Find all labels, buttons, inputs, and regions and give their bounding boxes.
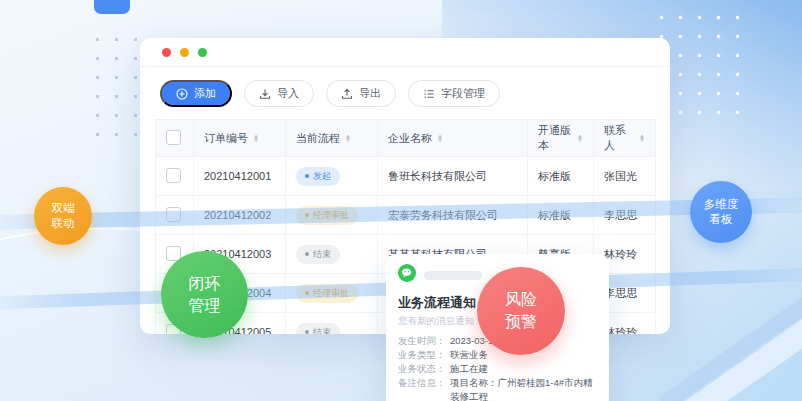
sort-icon[interactable]: ▲▼ bbox=[577, 134, 583, 142]
status-badge: 发起 bbox=[296, 167, 340, 186]
window-titlebar bbox=[140, 38, 670, 67]
notification-field-type: 业务类型： 联营业务 bbox=[398, 348, 597, 362]
plus-circle-icon bbox=[176, 88, 188, 100]
table-row: 20210412001 发起 鲁班长科技有限公司 标准版 张国光 bbox=[156, 157, 656, 196]
header-version[interactable]: 开通版本 ▲▼ bbox=[528, 120, 594, 157]
page-background: 添加 导入 导出 bbox=[0, 0, 802, 401]
list-icon bbox=[423, 88, 435, 100]
sort-icon[interactable]: ▲▼ bbox=[345, 134, 351, 142]
field-management-button-label: 字段管理 bbox=[441, 86, 485, 101]
select-all-checkbox[interactable] bbox=[166, 130, 181, 145]
export-button-label: 导出 bbox=[359, 86, 381, 101]
wechat-icon bbox=[398, 264, 416, 286]
header-order-no[interactable]: 订单编号 ▲▼ bbox=[194, 120, 286, 157]
header-current-flow[interactable]: 当前流程 ▲▼ bbox=[286, 120, 378, 157]
cell-company: 鲁班长科技有限公司 bbox=[378, 157, 528, 196]
window-close-button[interactable] bbox=[162, 48, 171, 57]
row-checkbox[interactable] bbox=[166, 168, 181, 183]
export-icon bbox=[341, 88, 353, 100]
status-badge: 结束 bbox=[296, 245, 340, 264]
notification-field-status: 业务状态： 施工在建 bbox=[398, 362, 597, 376]
status-badge: 结束 bbox=[296, 323, 340, 335]
import-icon bbox=[259, 88, 271, 100]
skeleton-bar bbox=[424, 271, 482, 280]
cell-version: 标准版 bbox=[528, 157, 594, 196]
import-button-label: 导入 bbox=[277, 86, 299, 101]
add-button[interactable]: 添加 bbox=[160, 80, 232, 107]
header-contact[interactable]: 联系人 ▲▼ bbox=[594, 120, 656, 157]
sort-icon[interactable]: ▲▼ bbox=[253, 134, 259, 142]
window-minimize-button[interactable] bbox=[180, 48, 189, 57]
sort-icon[interactable]: ▲▼ bbox=[437, 134, 443, 142]
notification-field-remark: 备注信息： 项目名称：广州碧桂园1-4#市内精装修工程 bbox=[398, 376, 597, 401]
feature-badge-dual-linkage: 双端 联动 bbox=[34, 187, 92, 245]
toolbar: 添加 导入 导出 bbox=[140, 67, 670, 119]
feature-badge-multi-dashboard: 多维度 看板 bbox=[690, 181, 752, 243]
export-button[interactable]: 导出 bbox=[326, 80, 396, 107]
window-maximize-button[interactable] bbox=[198, 48, 207, 57]
table-header-row: 订单编号 ▲▼ 当前流程 ▲▼ 企业名称 ▲▼ 开通版本 ▲▼ bbox=[156, 120, 656, 157]
feature-badge-risk-warning: 风险 预警 bbox=[477, 267, 565, 355]
feature-badge-closed-loop: 闭环 管理 bbox=[161, 251, 248, 338]
cell-contact: 张国光 bbox=[594, 157, 656, 196]
sort-icon[interactable]: ▲▼ bbox=[639, 134, 645, 142]
import-button[interactable]: 导入 bbox=[244, 80, 314, 107]
header-company[interactable]: 企业名称 ▲▼ bbox=[378, 120, 528, 157]
decor-blue-tab bbox=[94, 0, 130, 14]
cell-order-no: 20210412001 bbox=[194, 157, 286, 196]
add-button-label: 添加 bbox=[194, 86, 216, 101]
field-management-button[interactable]: 字段管理 bbox=[408, 80, 500, 107]
